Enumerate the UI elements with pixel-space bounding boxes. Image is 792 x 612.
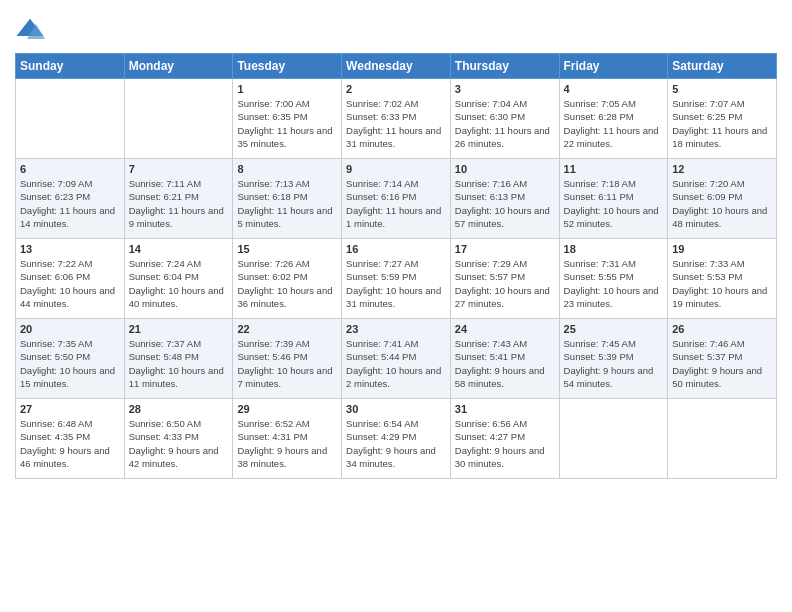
day-info: Sunrise: 6:52 AMSunset: 4:31 PMDaylight:… [237,417,337,470]
day-info: Sunrise: 7:22 AMSunset: 6:06 PMDaylight:… [20,257,120,310]
calendar-cell [16,79,125,159]
calendar-cell: 27Sunrise: 6:48 AMSunset: 4:35 PMDayligh… [16,399,125,479]
weekday-header: Monday [124,54,233,79]
day-number: 16 [346,243,446,255]
day-info: Sunrise: 7:29 AMSunset: 5:57 PMDaylight:… [455,257,555,310]
weekday-header: Saturday [668,54,777,79]
calendar-cell: 16Sunrise: 7:27 AMSunset: 5:59 PMDayligh… [342,239,451,319]
day-info: Sunrise: 7:43 AMSunset: 5:41 PMDaylight:… [455,337,555,390]
day-number: 29 [237,403,337,415]
logo-icon [15,15,45,45]
day-number: 28 [129,403,229,415]
day-number: 5 [672,83,772,95]
day-info: Sunrise: 7:27 AMSunset: 5:59 PMDaylight:… [346,257,446,310]
day-info: Sunrise: 7:26 AMSunset: 6:02 PMDaylight:… [237,257,337,310]
day-info: Sunrise: 7:04 AMSunset: 6:30 PMDaylight:… [455,97,555,150]
calendar-cell: 14Sunrise: 7:24 AMSunset: 6:04 PMDayligh… [124,239,233,319]
calendar-cell: 13Sunrise: 7:22 AMSunset: 6:06 PMDayligh… [16,239,125,319]
calendar-cell: 25Sunrise: 7:45 AMSunset: 5:39 PMDayligh… [559,319,668,399]
day-info: Sunrise: 7:46 AMSunset: 5:37 PMDaylight:… [672,337,772,390]
page-header [15,15,777,45]
calendar-cell: 26Sunrise: 7:46 AMSunset: 5:37 PMDayligh… [668,319,777,399]
day-number: 23 [346,323,446,335]
day-info: Sunrise: 7:45 AMSunset: 5:39 PMDaylight:… [564,337,664,390]
day-info: Sunrise: 7:13 AMSunset: 6:18 PMDaylight:… [237,177,337,230]
calendar-cell: 11Sunrise: 7:18 AMSunset: 6:11 PMDayligh… [559,159,668,239]
day-number: 2 [346,83,446,95]
day-number: 13 [20,243,120,255]
calendar-week-row: 20Sunrise: 7:35 AMSunset: 5:50 PMDayligh… [16,319,777,399]
day-number: 20 [20,323,120,335]
day-number: 12 [672,163,772,175]
calendar-cell: 4Sunrise: 7:05 AMSunset: 6:28 PMDaylight… [559,79,668,159]
calendar-cell [668,399,777,479]
weekday-header: Friday [559,54,668,79]
day-info: Sunrise: 7:20 AMSunset: 6:09 PMDaylight:… [672,177,772,230]
day-number: 26 [672,323,772,335]
calendar-cell: 20Sunrise: 7:35 AMSunset: 5:50 PMDayligh… [16,319,125,399]
day-number: 6 [20,163,120,175]
calendar-week-row: 1Sunrise: 7:00 AMSunset: 6:35 PMDaylight… [16,79,777,159]
calendar-week-row: 27Sunrise: 6:48 AMSunset: 4:35 PMDayligh… [16,399,777,479]
day-number: 25 [564,323,664,335]
calendar-cell: 30Sunrise: 6:54 AMSunset: 4:29 PMDayligh… [342,399,451,479]
calendar-cell: 24Sunrise: 7:43 AMSunset: 5:41 PMDayligh… [450,319,559,399]
day-number: 9 [346,163,446,175]
calendar-cell: 2Sunrise: 7:02 AMSunset: 6:33 PMDaylight… [342,79,451,159]
calendar-cell [559,399,668,479]
day-info: Sunrise: 6:54 AMSunset: 4:29 PMDaylight:… [346,417,446,470]
day-info: Sunrise: 7:41 AMSunset: 5:44 PMDaylight:… [346,337,446,390]
day-number: 24 [455,323,555,335]
day-info: Sunrise: 7:09 AMSunset: 6:23 PMDaylight:… [20,177,120,230]
day-info: Sunrise: 7:16 AMSunset: 6:13 PMDaylight:… [455,177,555,230]
day-number: 31 [455,403,555,415]
day-number: 18 [564,243,664,255]
calendar-table: SundayMondayTuesdayWednesdayThursdayFrid… [15,53,777,479]
day-number: 11 [564,163,664,175]
calendar-cell: 18Sunrise: 7:31 AMSunset: 5:55 PMDayligh… [559,239,668,319]
calendar-cell [124,79,233,159]
day-number: 4 [564,83,664,95]
day-info: Sunrise: 7:18 AMSunset: 6:11 PMDaylight:… [564,177,664,230]
calendar-cell: 17Sunrise: 7:29 AMSunset: 5:57 PMDayligh… [450,239,559,319]
day-info: Sunrise: 7:02 AMSunset: 6:33 PMDaylight:… [346,97,446,150]
day-number: 10 [455,163,555,175]
calendar-cell: 9Sunrise: 7:14 AMSunset: 6:16 PMDaylight… [342,159,451,239]
day-number: 7 [129,163,229,175]
calendar-cell: 12Sunrise: 7:20 AMSunset: 6:09 PMDayligh… [668,159,777,239]
day-info: Sunrise: 6:50 AMSunset: 4:33 PMDaylight:… [129,417,229,470]
day-number: 8 [237,163,337,175]
calendar-cell: 28Sunrise: 6:50 AMSunset: 4:33 PMDayligh… [124,399,233,479]
calendar-cell: 23Sunrise: 7:41 AMSunset: 5:44 PMDayligh… [342,319,451,399]
calendar-cell: 6Sunrise: 7:09 AMSunset: 6:23 PMDaylight… [16,159,125,239]
calendar-cell: 1Sunrise: 7:00 AMSunset: 6:35 PMDaylight… [233,79,342,159]
calendar-cell: 21Sunrise: 7:37 AMSunset: 5:48 PMDayligh… [124,319,233,399]
calendar-cell: 3Sunrise: 7:04 AMSunset: 6:30 PMDaylight… [450,79,559,159]
day-number: 17 [455,243,555,255]
calendar-cell: 5Sunrise: 7:07 AMSunset: 6:25 PMDaylight… [668,79,777,159]
day-number: 3 [455,83,555,95]
day-info: Sunrise: 6:48 AMSunset: 4:35 PMDaylight:… [20,417,120,470]
calendar-cell: 19Sunrise: 7:33 AMSunset: 5:53 PMDayligh… [668,239,777,319]
day-info: Sunrise: 7:24 AMSunset: 6:04 PMDaylight:… [129,257,229,310]
day-number: 27 [20,403,120,415]
day-info: Sunrise: 7:33 AMSunset: 5:53 PMDaylight:… [672,257,772,310]
calendar-cell: 15Sunrise: 7:26 AMSunset: 6:02 PMDayligh… [233,239,342,319]
weekday-header: Sunday [16,54,125,79]
day-info: Sunrise: 7:35 AMSunset: 5:50 PMDaylight:… [20,337,120,390]
weekday-header-row: SundayMondayTuesdayWednesdayThursdayFrid… [16,54,777,79]
calendar-week-row: 13Sunrise: 7:22 AMSunset: 6:06 PMDayligh… [16,239,777,319]
day-number: 14 [129,243,229,255]
day-number: 21 [129,323,229,335]
calendar-cell: 7Sunrise: 7:11 AMSunset: 6:21 PMDaylight… [124,159,233,239]
day-number: 19 [672,243,772,255]
day-number: 1 [237,83,337,95]
day-info: Sunrise: 7:14 AMSunset: 6:16 PMDaylight:… [346,177,446,230]
calendar-cell: 29Sunrise: 6:52 AMSunset: 4:31 PMDayligh… [233,399,342,479]
day-info: Sunrise: 6:56 AMSunset: 4:27 PMDaylight:… [455,417,555,470]
day-info: Sunrise: 7:05 AMSunset: 6:28 PMDaylight:… [564,97,664,150]
day-info: Sunrise: 7:37 AMSunset: 5:48 PMDaylight:… [129,337,229,390]
calendar-cell: 31Sunrise: 6:56 AMSunset: 4:27 PMDayligh… [450,399,559,479]
day-number: 15 [237,243,337,255]
calendar-cell: 22Sunrise: 7:39 AMSunset: 5:46 PMDayligh… [233,319,342,399]
